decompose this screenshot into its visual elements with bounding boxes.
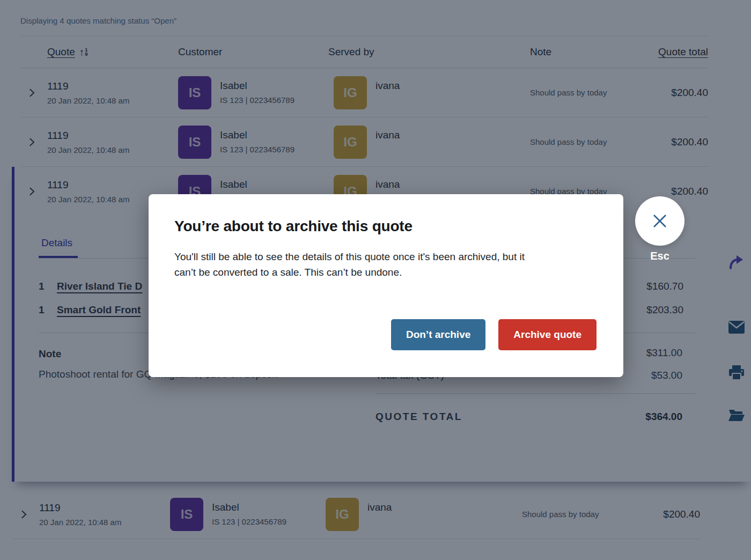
close-icon <box>651 212 669 230</box>
dont-archive-button[interactable]: Don’t archive <box>391 319 485 350</box>
dialog-title: You’re about to archive this quote <box>174 218 597 235</box>
archive-quote-button[interactable]: Archive quote <box>498 319 597 350</box>
close-dialog-button[interactable] <box>635 196 684 246</box>
archive-confirmation-dialog: You’re about to archive this quote You'l… <box>149 194 623 377</box>
esc-key-hint: Esc <box>635 250 684 262</box>
dialog-body-text: You'll still be able to see the details … <box>174 249 587 281</box>
